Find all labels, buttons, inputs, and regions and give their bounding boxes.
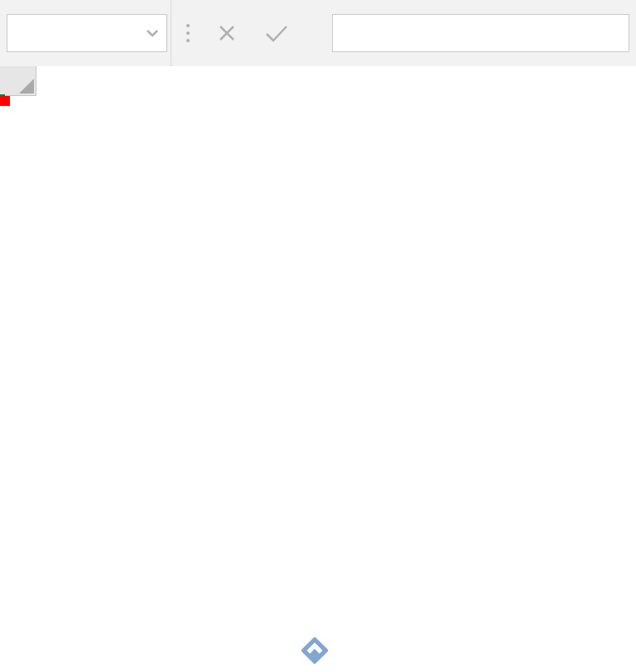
cancel-button [205,14,249,52]
annotation-highlight [0,96,10,106]
svg-point-2 [186,39,190,42]
svg-point-1 [186,31,190,35]
watermark [305,641,331,660]
worksheet-grid [0,66,636,96]
svg-point-0 [186,24,190,27]
more-icon [176,22,200,44]
column-headers-row [0,66,636,96]
exceldemy-logo-icon [301,636,329,665]
name-box[interactable] [7,14,167,52]
formula-bar [0,0,636,66]
enter-button [254,14,299,52]
separator [171,0,171,66]
selection-outline [0,96,3,99]
select-all-button[interactable] [0,66,36,96]
formula-input[interactable] [332,14,629,52]
dropdown-arrow-icon[interactable] [147,27,158,39]
